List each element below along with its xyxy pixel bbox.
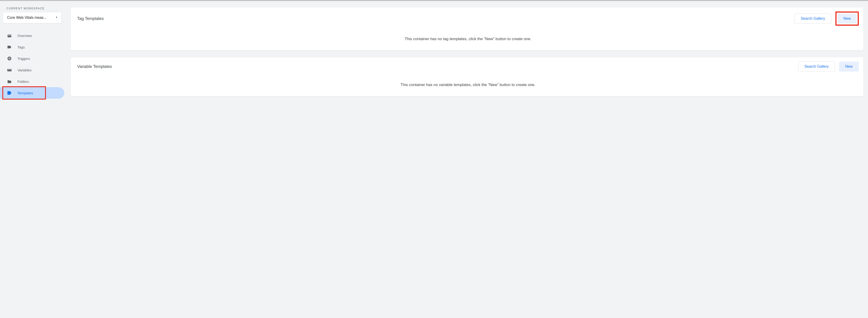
sidebar-item-templates[interactable]: Templates — [0, 87, 64, 99]
sidebar-item-label: Tags — [18, 45, 25, 49]
template-icon — [7, 91, 12, 95]
variables-icon — [7, 68, 12, 72]
workspace-section-label: CURRENT WORKSPACE — [0, 7, 64, 12]
annotation-highlight-new-button: New — [835, 11, 859, 26]
tag-icon — [7, 45, 12, 49]
variable-templates-search-gallery-button[interactable]: Search Gallery — [798, 62, 835, 72]
sidebar-item-label: Templates — [18, 91, 33, 95]
svg-rect-5 — [9, 69, 10, 70]
sidebar: CURRENT WORKSPACE Core Web Vitals meas..… — [0, 2, 64, 132]
main-content: Tag Templates Search Gallery New This co… — [64, 2, 868, 132]
svg-rect-6 — [10, 69, 11, 70]
variable-templates-new-button[interactable]: New — [839, 62, 859, 72]
sidebar-item-label: Triggers — [18, 57, 30, 61]
dashboard-icon — [7, 34, 12, 37]
sidebar-item-label: Overview — [18, 34, 32, 38]
tag-templates-search-gallery-button[interactable]: Search Gallery — [795, 13, 831, 24]
sidebar-item-triggers[interactable]: Triggers — [0, 53, 64, 64]
sidebar-item-tags[interactable]: Tags — [0, 41, 64, 53]
card-title: Tag Templates — [77, 16, 104, 21]
sidebar-item-overview[interactable]: Overview — [0, 30, 64, 41]
variable-templates-card: Variable Templates Search Gallery New Th… — [71, 57, 863, 96]
tag-templates-empty-message: This container has no tag templates, cli… — [77, 37, 859, 41]
workspace-selector[interactable]: Core Web Vitals meas... — [3, 12, 62, 24]
workspace-name: Core Web Vitals meas... — [7, 15, 46, 20]
card-actions: Search Gallery New — [798, 62, 859, 72]
trigger-icon — [7, 56, 12, 61]
card-actions: Search Gallery New — [795, 11, 859, 26]
sidebar-nav: Overview Tags Triggers — [0, 30, 64, 99]
svg-rect-4 — [7, 69, 8, 70]
card-title: Variable Templates — [77, 64, 112, 69]
sidebar-item-variables[interactable]: Variables — [0, 64, 64, 76]
sidebar-item-folders[interactable]: Folders — [0, 76, 64, 87]
sidebar-item-label: Variables — [18, 68, 31, 72]
folder-icon — [7, 80, 12, 83]
svg-rect-3 — [7, 70, 11, 71]
tag-templates-card: Tag Templates Search Gallery New This co… — [71, 7, 863, 50]
sidebar-item-label: Folders — [18, 80, 29, 83]
tag-templates-new-button[interactable]: New — [837, 13, 857, 24]
svg-point-2 — [9, 58, 10, 59]
variable-templates-empty-message: This container has no variable templates… — [77, 82, 859, 87]
chevron-right-icon — [55, 15, 58, 20]
